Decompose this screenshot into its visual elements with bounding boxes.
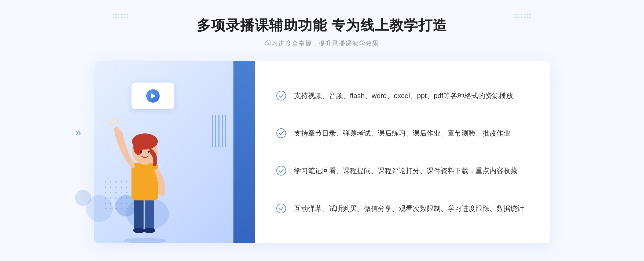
feature-text-3: 学习笔记回看、课程提问、课程评论打分、课件资料下载，重点内容收藏 — [294, 165, 517, 177]
deco-chevron-left: » — [75, 126, 81, 139]
feature-list: 支持视频、音频、flash、word、excel、ppt、pdf等各种格式的资源… — [276, 77, 529, 227]
feature-text-4: 互动弹幕、试听购买、微信分享、观看次数限制、学习进度跟踪、数据统计 — [294, 203, 524, 214]
check-icon-2 — [276, 128, 286, 138]
svg-point-19 — [277, 204, 286, 213]
svg-point-18 — [277, 166, 286, 175]
svg-line-13 — [109, 121, 113, 125]
svg-point-3 — [133, 228, 145, 233]
check-icon-4 — [276, 204, 286, 213]
title-section: 多项录播课辅助功能 专为线上教学打造 学习进度全掌握，提升录播课教学效果 — [197, 16, 447, 48]
svg-point-12 — [114, 127, 119, 132]
play-icon — [146, 89, 160, 103]
feature-item-2: 支持章节目录、弹题考试、课后练习、课后作业、章节测验、批改作业 — [276, 120, 529, 147]
blue-bar — [233, 61, 255, 243]
svg-point-0 — [123, 238, 166, 243]
page-wrapper: 多项录播课辅助功能 专为线上教学打造 学习进度全掌握，提升录播课教学效果 — [0, 0, 644, 261]
svg-point-4 — [144, 228, 155, 233]
decorative-dots-left — [113, 13, 129, 19]
play-triangle — [151, 93, 156, 99]
check-icon-1 — [276, 91, 286, 100]
content-area: 支持视频、音频、flash、word、excel、ppt、pdf等各种格式的资源… — [94, 61, 550, 243]
feature-item-4: 互动弹幕、试听购买、微信分享、观看次数限制、学习进度跟踪、数据统计 — [276, 196, 529, 222]
svg-rect-5 — [131, 163, 158, 200]
deco-circle-2 — [75, 190, 91, 206]
svg-point-16 — [277, 91, 286, 100]
check-icon-3 — [276, 166, 286, 176]
decorative-dots-right — [515, 13, 531, 19]
feature-text-2: 支持章节目录、弹题考试、课后练习、课后作业、章节测验、批改作业 — [294, 128, 510, 139]
right-panel: 支持视频、音频、flash、word、excel、ppt、pdf等各种格式的资源… — [255, 61, 550, 243]
main-title: 多项录播课辅助功能 专为线上教学打造 — [197, 16, 447, 35]
left-panel — [94, 61, 255, 243]
character-illustration — [107, 104, 182, 243]
svg-point-11 — [148, 151, 150, 153]
svg-line-14 — [113, 119, 115, 124]
svg-line-15 — [117, 118, 118, 123]
svg-point-17 — [277, 129, 286, 138]
striped-decoration — [212, 115, 228, 147]
feature-text-1: 支持视频、音频、flash、word、excel、ppt、pdf等各种格式的资源… — [294, 90, 513, 102]
sub-title: 学习进度全掌握，提升录播课教学效果 — [197, 39, 447, 48]
feature-item-1: 支持视频、音频、flash、word、excel、ppt、pdf等各种格式的资源… — [276, 83, 529, 109]
feature-item-3: 学习笔记回看、课程提问、课程评论打分、课件资料下载，重点内容收藏 — [276, 158, 529, 184]
svg-point-10 — [140, 151, 142, 153]
